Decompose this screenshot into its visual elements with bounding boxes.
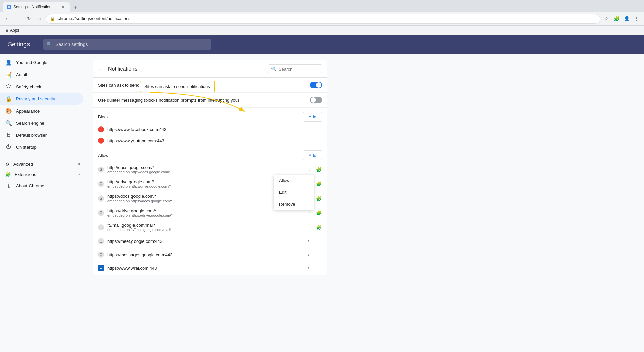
sidebar-item-safety-check[interactable]: 🛡 Safety check — [0, 81, 83, 93]
appearance-icon: 🎨 — [5, 107, 12, 114]
sidebar-item-on-startup[interactable]: ⏻ On startup — [0, 141, 83, 153]
sidebar-item-autofill[interactable]: 📝 Autofill — [0, 69, 83, 81]
panel-search-input[interactable] — [279, 67, 319, 72]
tab-close-button[interactable]: ✕ — [60, 4, 66, 10]
sidebar-item-privacy-security[interactable]: 🔒 Privacy and security — [0, 93, 83, 105]
context-menu: Allow Edit Remove — [274, 175, 314, 210]
panel-header: ← Notifications 🔍 — [93, 60, 327, 78]
expand-chevron-icon[interactable]: › — [305, 237, 313, 245]
sidebar-item-you-and-google[interactable]: 👤 You and Google — [0, 56, 83, 69]
more-options-button[interactable]: ⋮ — [314, 237, 322, 245]
address-bar[interactable]: 🔒 chrome://settings/content/notification… — [46, 14, 600, 24]
list-item: G *://mail.google.com/mail* embedded on … — [93, 220, 327, 234]
sidebar: 👤 You and Google 📝 Autofill 🛡 Safety che… — [0, 54, 86, 352]
youtube-url: https://www.youtube.com:443 — [107, 138, 322, 143]
panel-search-box[interactable]: 🔍 — [268, 64, 322, 73]
block-section-title: Block — [98, 114, 303, 119]
settings-search-icon: 🔍 — [47, 42, 52, 47]
site-actions: 🧩 — [315, 224, 322, 231]
block-section-header: Block Add — [93, 108, 327, 124]
table-row: 🚫 https://www.facebook.com:443 — [93, 124, 327, 135]
panel-search-icon: 🔍 — [271, 66, 277, 72]
block-add-button[interactable]: Add — [303, 112, 322, 122]
apps-label: Apps — [10, 28, 19, 33]
site-actions: › ⋮ — [305, 237, 322, 245]
home-button[interactable]: ⌂ — [35, 14, 44, 24]
settings-search-input[interactable] — [43, 39, 211, 50]
lock-nav-icon: 🔒 — [5, 95, 12, 102]
external-link-icon: ↗ — [77, 172, 80, 177]
context-menu-remove[interactable]: Remove — [274, 198, 314, 210]
reload-button[interactable]: ↻ — [24, 14, 34, 24]
extensions-nav-icon: 🧩 — [5, 172, 11, 177]
site-icon: G — [98, 181, 104, 187]
allow-section-title: Allow — [98, 153, 303, 158]
address-text: chrome://settings/content/notifications — [58, 16, 131, 21]
drive-sub-1: embedded on http://drive.google.com/* — [107, 184, 303, 188]
sidebar-label-on-startup: On startup — [16, 145, 37, 150]
apps-icon: ⊞ — [5, 28, 9, 33]
more-options-button[interactable]: ⋮ — [314, 251, 322, 259]
sidebar-item-extensions[interactable]: 🧩 Extensions ↗ — [0, 169, 86, 180]
forward-button[interactable]: → — [13, 14, 23, 24]
mail-sub: embedded on *://mail.google.com/mail* — [107, 228, 312, 232]
drive-sub-2: embedded on https://drive.google.com/* — [107, 213, 303, 217]
panel-title: Notifications — [108, 66, 264, 72]
tooltip-annotation: Sites can ask to send notifications — [140, 81, 215, 92]
quieter-messaging-label: Use quieter messaging (blocks notificati… — [98, 98, 310, 103]
expand-chevron-icon[interactable]: › — [306, 166, 314, 174]
about-chrome-icon: ℹ — [5, 182, 12, 189]
site-icon: G — [98, 167, 104, 173]
messages-url: https://messages.google.com:443 — [107, 252, 301, 257]
expand-chevron-icon[interactable]: › — [305, 251, 313, 259]
expand-chevron-icon[interactable]: › — [306, 209, 314, 217]
wral-url: https://www.wral.com:443 — [107, 266, 301, 271]
puzzle-icon: 🧩 — [315, 181, 322, 187]
list-item: G https://meet.google.com:443 › ⋮ — [93, 234, 327, 248]
bookmarks-apps[interactable]: ⊞ Apps — [3, 27, 22, 33]
svg-point-0 — [8, 6, 10, 8]
sidebar-item-about-chrome[interactable]: ℹ About Chrome — [0, 180, 83, 192]
context-menu-edit[interactable]: Edit — [274, 186, 314, 198]
tooltip-text: Sites can ask to send notifications — [144, 84, 210, 89]
bookmark-button[interactable]: ☆ — [602, 14, 611, 24]
startup-icon: ⏻ — [5, 144, 12, 150]
profile-button[interactable]: 👤 — [622, 14, 631, 24]
allow-add-button[interactable]: Add — [303, 150, 322, 160]
advanced-chevron-icon: ▾ — [78, 162, 80, 167]
expand-chevron-icon[interactable]: › — [305, 264, 313, 272]
tab-favicon — [7, 5, 11, 9]
sidebar-label-search-engine: Search engine — [16, 121, 44, 126]
sidebar-item-advanced[interactable]: ⚙ Advanced ▾ — [0, 159, 86, 169]
blocked-icon: 🚫 — [98, 126, 104, 132]
wral-icon: W — [98, 265, 104, 271]
autofill-icon: 📝 — [5, 71, 12, 78]
active-tab[interactable]: Settings - Notifications ✕ — [3, 2, 70, 12]
puzzle-icon: 🧩 — [315, 195, 322, 202]
meet-url: https://meet.google.com:443 — [107, 239, 301, 244]
puzzle-icon: 🧩 — [315, 166, 322, 173]
sidebar-item-appearance[interactable]: 🎨 Appearance — [0, 105, 83, 117]
sidebar-label-advanced: Advanced — [13, 162, 33, 167]
extensions-button[interactable]: 🧩 — [612, 14, 621, 24]
back-button[interactable]: ← — [3, 14, 12, 24]
sidebar-label-default-browser: Default browser — [16, 133, 47, 138]
settings-header: Settings 🔍 — [0, 35, 644, 54]
sites-can-ask-toggle[interactable] — [310, 82, 322, 88]
quieter-messaging-toggle[interactable] — [310, 97, 322, 103]
menu-button[interactable]: ⋮ — [632, 14, 641, 24]
sidebar-label-about-chrome: About Chrome — [16, 183, 44, 188]
lock-icon: 🔒 — [50, 16, 55, 21]
panel-back-button[interactable]: ← — [98, 65, 104, 73]
sidebar-item-search-engine[interactable]: 🔍 Search engine — [0, 117, 83, 129]
list-item: G https://messages.google.com:443 › ⋮ — [93, 248, 327, 261]
more-options-button[interactable]: ⋮ — [314, 264, 322, 272]
context-menu-allow[interactable]: Allow — [274, 175, 314, 186]
docs-sub-2: embedded on https://docs.google.com/* — [107, 199, 303, 203]
drive-url-1: http://drive.google.com/* — [107, 179, 303, 184]
sidebar-item-default-browser[interactable]: 🖥 Default browser — [0, 129, 83, 141]
advanced-icon: ⚙ — [5, 162, 9, 167]
new-tab-button[interactable]: + — [71, 3, 80, 12]
shield-icon: 🛡 — [5, 83, 12, 90]
sidebar-label-you-and-google: You and Google — [16, 60, 47, 65]
